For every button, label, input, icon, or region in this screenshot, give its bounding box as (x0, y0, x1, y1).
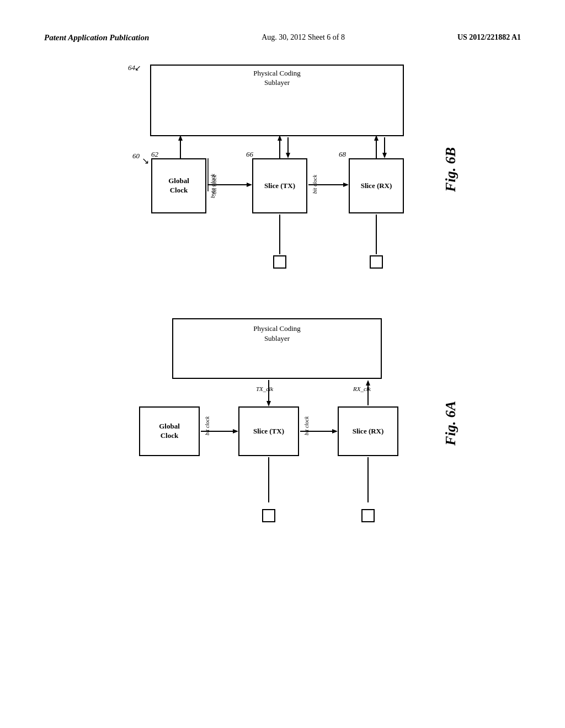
bit-clock-6a-2: bit clock (303, 416, 310, 435)
svg-marker-13 (382, 153, 387, 158)
ref-66: 66 (246, 150, 253, 159)
pcs-label-6a: Physical Coding Sublayer (172, 324, 382, 344)
page-header: Patent Application Publication Aug. 30, … (44, 33, 521, 42)
tx-clk-label: TX_clk (256, 386, 273, 392)
connector-tx-6a (262, 509, 275, 522)
patent-number: US 2012/221882 A1 (457, 33, 521, 42)
connector-rx-6a (361, 509, 375, 522)
connector-tx-6b (273, 255, 286, 269)
svg-marker-22 (233, 429, 238, 433)
publication-title: Patent Application Publication (44, 33, 149, 42)
diagram-6b-wrapper: Physical Coding Sublayer 64 ↙ 60 ↘ 62 Gl… (44, 65, 521, 274)
bit-clock-6a-1: bit clock (204, 416, 210, 435)
diagram-6a-area: Physical Coding Sublayer GlobalClock Sli… (106, 318, 426, 528)
diagram-6b-area: Physical Coding Sublayer 64 ↙ 60 ↘ 62 Gl… (106, 65, 426, 274)
diagram-6a: Physical Coding Sublayer GlobalClock Sli… (106, 318, 426, 528)
fig-6b-label: Fig. 6B (443, 147, 459, 192)
arrow-60-dir: ↘ (142, 156, 149, 166)
svg-marker-24 (332, 429, 338, 433)
svg-marker-3 (247, 183, 252, 187)
sheet-info: Aug. 30, 2012 Sheet 6 of 8 (262, 33, 345, 42)
ref-68: 68 (339, 150, 346, 159)
svg-marker-9 (343, 183, 349, 187)
pcs-label-6b: Physical Coding Sublayer (150, 69, 404, 88)
slice-tx-box-6b: Slice (TX) (252, 158, 307, 213)
slice-tx-box-6a: Slice (TX) (238, 406, 299, 456)
svg-marker-20 (366, 380, 370, 386)
ref-60: 60 (132, 152, 140, 160)
bit-clock-label-2: bit clock (312, 175, 318, 194)
page: Patent Application Publication Aug. 30, … (0, 0, 565, 728)
arrow-64: ↙ (135, 63, 141, 73)
connector-rx-6b (370, 255, 383, 269)
svg-marker-7 (286, 153, 290, 158)
fig-6a-label: Fig. 6A (443, 401, 459, 446)
diagram-6b: Physical Coding Sublayer 64 ↙ 60 ↘ 62 Gl… (106, 65, 426, 274)
slice-rx-box-6a: Slice (RX) (338, 406, 398, 456)
rx-clk-label: RX_clk (353, 386, 371, 392)
bit-clock-label-1: bit clock (211, 175, 217, 194)
slice-rx-box-6b: Slice (RX) (349, 158, 404, 213)
global-clock-box-6b: GlobalClock (151, 158, 206, 213)
diagram-6a-wrapper: Physical Coding Sublayer GlobalClock Sli… (44, 318, 521, 528)
svg-marker-18 (266, 401, 271, 406)
ref-62: 62 (151, 150, 158, 159)
diagrams-container: Physical Coding Sublayer 64 ↙ 60 ↘ 62 Gl… (44, 65, 521, 528)
global-clock-box-6a: GlobalClock (139, 406, 200, 456)
